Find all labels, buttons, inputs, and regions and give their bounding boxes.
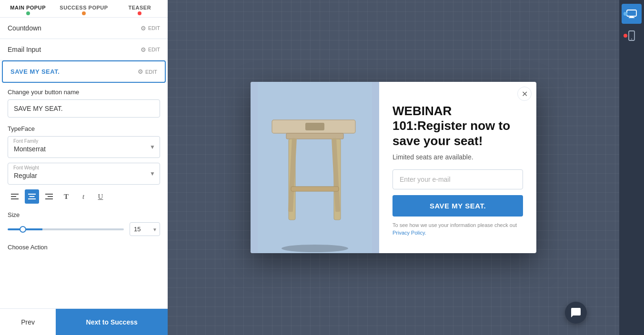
right-panel [619, 0, 644, 335]
stool-illustration [258, 82, 372, 253]
size-row: 15 12 14 16 18 24 ▼ [8, 222, 160, 236]
svg-rect-0 [11, 194, 19, 195]
tab-dot-success [82, 11, 86, 15]
save-my-seat-edit-button[interactable]: ⚙ EDIT [138, 68, 157, 75]
choose-action-label: Choose Action [8, 244, 160, 251]
svg-rect-5 [28, 198, 36, 199]
save-my-seat-gear-icon: ⚙ [138, 68, 143, 75]
chat-icon [570, 307, 582, 318]
svg-rect-7 [48, 196, 53, 197]
desktop-icon [626, 10, 637, 18]
sidebar-item-save-my-seat[interactable]: SAVE MY SEAT. ⚙ EDIT [2, 60, 166, 83]
popup-close-button[interactable]: ✕ [517, 87, 532, 101]
font-weight-label: Font Weight [13, 165, 39, 170]
align-left-button[interactable] [8, 189, 22, 204]
mobile-dot [624, 34, 627, 38]
button-name-input[interactable] [8, 99, 160, 118]
svg-rect-17 [291, 187, 339, 191]
button-name-label: Change your button name [8, 89, 160, 96]
size-label: Size [8, 211, 160, 218]
tab-success-popup[interactable]: SUCCESS POPUP [56, 0, 111, 17]
svg-rect-2 [11, 198, 19, 199]
format-bar: T t U [8, 189, 160, 204]
font-family-wrapper: Font Family Montserrat Arial Georgia ▼ [8, 136, 160, 158]
size-slider[interactable] [8, 228, 124, 230]
svg-rect-4 [30, 196, 35, 197]
main-area: WEBINAR 101:Register now to save your se… [168, 0, 619, 335]
mobile-device-button[interactable] [622, 26, 642, 46]
tab-dot-teaser [138, 11, 141, 15]
svg-point-23 [631, 39, 632, 39]
popup-image [251, 82, 379, 253]
underline-button[interactable]: U [93, 189, 108, 204]
svg-point-18 [282, 245, 348, 252]
size-select-wrapper: 15 12 14 16 18 24 ▼ [130, 222, 160, 236]
countdown-label: Countdown [8, 24, 41, 32]
svg-rect-1 [11, 196, 16, 197]
bottom-bar: Prev Next to Success [0, 308, 168, 335]
email-input-edit-button[interactable]: ⚙ EDIT [141, 46, 160, 53]
close-icon: ✕ [522, 89, 528, 99]
bold-button[interactable]: T [59, 189, 73, 204]
svg-rect-3 [28, 194, 36, 195]
desktop-dot [624, 12, 627, 16]
panel-content: Change your button name TypeFace Font Fa… [0, 83, 168, 308]
sidebar-item-email-input[interactable]: Email Input ⚙ EDIT [0, 39, 168, 60]
align-center-button[interactable] [25, 189, 39, 204]
popup-modal: WEBINAR 101:Register now to save your se… [251, 82, 536, 253]
tab-dot-main [26, 11, 30, 15]
desktop-device-button[interactable] [622, 4, 642, 24]
popup-title: WEBINAR 101:Register now to save your se… [392, 104, 523, 148]
save-my-seat-label: SAVE MY SEAT. [10, 68, 60, 75]
tab-main-popup[interactable]: MAIN POPUP [0, 0, 56, 17]
popup-subtitle: Limited seats are available. [392, 153, 523, 161]
tab-teaser[interactable]: TEASER [112, 0, 168, 17]
countdown-edit-button[interactable]: ⚙ EDIT [141, 25, 160, 32]
size-select[interactable]: 15 12 14 16 18 24 [130, 222, 160, 236]
prev-button[interactable]: Prev [0, 309, 56, 335]
font-family-label: Font Family [13, 138, 38, 144]
sidebar-item-countdown[interactable]: Countdown ⚙ EDIT [0, 18, 168, 39]
sidebar: MAIN POPUP SUCCESS POPUP TEASER Countdow… [0, 0, 168, 335]
email-input-gear-icon: ⚙ [141, 46, 146, 53]
popup-email-input[interactable] [392, 169, 523, 189]
tab-bar: MAIN POPUP SUCCESS POPUP TEASER [0, 0, 168, 18]
email-input-label: Email Input [8, 46, 41, 53]
popup-privacy-text: To see how we use your information pleas… [392, 221, 523, 237]
svg-rect-19 [627, 10, 636, 16]
popup-body: WEBINAR 101:Register now to save your se… [379, 82, 536, 253]
typeface-label: TypeFace [8, 125, 160, 132]
countdown-gear-icon: ⚙ [141, 25, 146, 32]
svg-rect-6 [45, 194, 53, 195]
svg-rect-8 [45, 198, 53, 199]
svg-rect-9 [258, 82, 372, 253]
font-weight-wrapper: Font Weight Regular Bold Light ▼ [8, 163, 160, 185]
italic-button[interactable]: t [76, 189, 91, 204]
mobile-icon [628, 30, 635, 41]
privacy-policy-link[interactable]: Privacy Policy. [392, 230, 426, 236]
next-to-success-button[interactable]: Next to Success [56, 309, 168, 335]
chat-bubble-button[interactable] [565, 302, 587, 324]
popup-cta-button[interactable]: SAVE MY SEAT. [392, 195, 523, 217]
align-right-button[interactable] [42, 189, 56, 204]
svg-rect-12 [305, 123, 324, 130]
